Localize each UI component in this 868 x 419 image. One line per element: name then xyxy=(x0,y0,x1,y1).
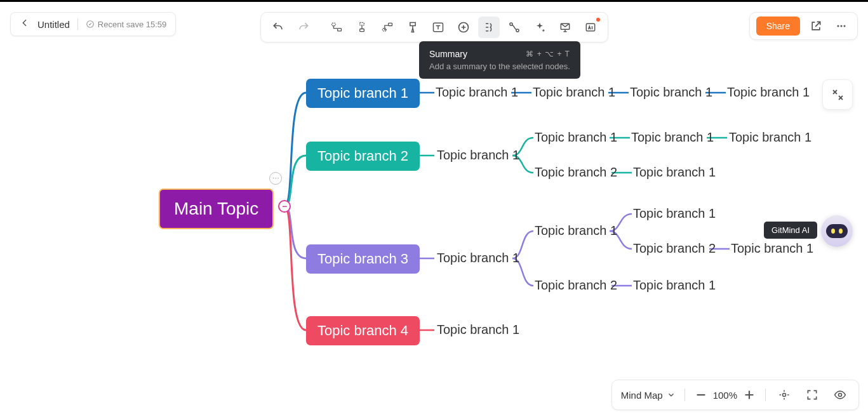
root-node[interactable]: Main Topic xyxy=(159,189,274,229)
node-menu-handle[interactable]: ⋯ xyxy=(269,172,282,185)
leaf-node[interactable]: Topic branch 1 xyxy=(535,223,617,238)
leaf-node[interactable]: Topic branch 1 xyxy=(633,206,716,221)
recenter-button[interactable] xyxy=(775,385,794,404)
svg-point-18 xyxy=(839,229,843,234)
layout-label: Mind Map xyxy=(621,390,663,401)
preview-button[interactable] xyxy=(831,385,850,404)
leaf-node[interactable]: Topic branch 1 xyxy=(731,241,813,256)
chevron-down-icon xyxy=(667,390,676,399)
svg-point-19 xyxy=(783,394,786,397)
divider xyxy=(684,389,685,401)
zoom-in-button[interactable] xyxy=(742,388,756,402)
leaf-node[interactable]: Topic branch 1 xyxy=(437,148,519,163)
layout-select[interactable]: Mind Map xyxy=(621,390,676,401)
fullscreen-button[interactable] xyxy=(803,385,822,404)
branch-node-3[interactable]: Topic branch 3 xyxy=(306,244,420,274)
leaf-node[interactable]: Topic branch 1 xyxy=(633,165,716,180)
style-panel-button[interactable] xyxy=(822,79,853,110)
collapse-handle[interactable]: − xyxy=(278,200,291,213)
leaf-node[interactable]: Topic branch 1 xyxy=(727,85,810,100)
mindmap-canvas[interactable]: Main Topic ⋯ − Topic branch 1 Topic bran… xyxy=(0,2,868,419)
svg-rect-16 xyxy=(826,224,848,238)
branch-node-1[interactable]: Topic branch 1 xyxy=(306,79,420,108)
ai-badge: GitMind AI xyxy=(764,222,817,239)
svg-point-17 xyxy=(831,229,835,234)
zoom-value: 100% xyxy=(713,390,737,401)
leaf-node[interactable]: Topic branch 2 xyxy=(535,278,617,293)
leaf-node[interactable]: Topic branch 1 xyxy=(437,323,519,337)
leaf-node[interactable]: Topic branch 1 xyxy=(437,251,519,265)
leaf-node[interactable]: Topic branch 1 xyxy=(630,85,712,100)
svg-point-20 xyxy=(839,394,842,397)
leaf-node[interactable]: Topic branch 1 xyxy=(533,85,615,100)
divider xyxy=(765,389,766,401)
ai-assistant-button[interactable] xyxy=(821,215,853,247)
branch-node-2[interactable]: Topic branch 2 xyxy=(306,142,420,171)
leaf-node[interactable]: Topic branch 2 xyxy=(633,241,716,256)
leaf-node[interactable]: Topic branch 1 xyxy=(633,278,716,293)
bottom-bar: Mind Map 100% xyxy=(611,380,859,410)
leaf-node[interactable]: Topic branch 1 xyxy=(729,130,811,145)
leaf-node[interactable]: Topic branch 1 xyxy=(436,85,518,100)
leaf-node[interactable]: Topic branch 1 xyxy=(535,130,617,145)
branch-node-4[interactable]: Topic branch 4 xyxy=(306,316,420,345)
leaf-node[interactable]: Topic branch 2 xyxy=(535,165,617,180)
leaf-node[interactable]: Topic branch 1 xyxy=(631,130,714,145)
zoom-out-button[interactable] xyxy=(694,388,708,402)
zoom-controls: 100% xyxy=(694,388,756,402)
connector-lines xyxy=(0,2,868,419)
